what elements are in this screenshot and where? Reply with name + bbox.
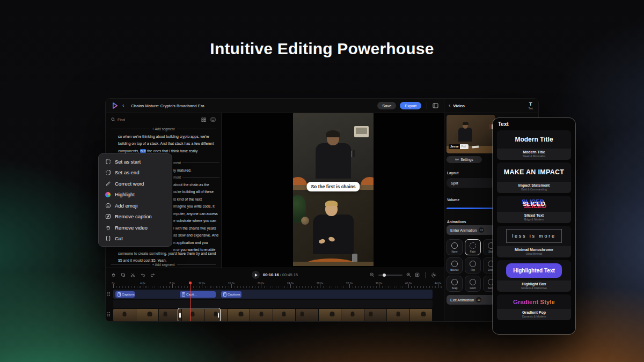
transcript-fragment[interactable]: mputer, anyone can access — [173, 210, 219, 218]
transcript-fragment[interactable]: ou're building all of these — [173, 188, 219, 196]
selected-clip-outline[interactable] — [178, 308, 221, 322]
panel-toggle-icon[interactable] — [433, 103, 438, 108]
caption-segment[interactable]: TCaptions — [115, 291, 135, 298]
enter-animation-button[interactable]: Enter Animation 11 — [447, 225, 495, 235]
video-frame-thumbnail[interactable] — [364, 309, 387, 321]
transcript-tail[interactable]: someone to create something, you'd have … — [118, 250, 217, 264]
set-start-icon — [105, 158, 111, 165]
transcript-fragment[interactable]: ly matured. — [173, 167, 219, 174]
duplicate-icon[interactable] — [121, 272, 126, 277]
transcript-fragment[interactable]: about the chain as the — [173, 181, 219, 189]
video-frame-thumbnail[interactable] — [341, 309, 364, 321]
menu-item-correct-word[interactable]: Correct word — [99, 178, 172, 189]
find-bar[interactable]: Find — [106, 115, 221, 124]
text-tool-button[interactable]: T Text — [529, 102, 533, 110]
menu-item-label: Add emoji — [115, 203, 137, 209]
animation-option-glitch[interactable]: Glitch — [465, 276, 481, 292]
text-style-card-minimal[interactable]: less is moreMinimal MonochromeUltra Mini… — [497, 226, 571, 257]
captions-track-handle-icon[interactable] — [107, 292, 110, 296]
settings-button[interactable]: Settings — [447, 156, 482, 163]
exit-animation-button[interactable]: Exit Animation 11 — [447, 295, 495, 305]
timeline[interactable]: 0s4.0s8.0s12.0s16.0s20.0s24.0s28.0s32.0s… — [106, 282, 444, 322]
tick-label: 40.0s — [405, 282, 412, 285]
back-chevron-icon[interactable]: ‹ — [122, 103, 124, 108]
menu-item-set-as-start[interactable]: Set as start — [99, 156, 172, 167]
transcript-fragment[interactable]: as slow and expensive. And — [173, 232, 219, 239]
transcript-fragments: mently matured.mentabout the chain as th… — [173, 159, 219, 254]
animation-option-bounce[interactable]: Bounce — [447, 257, 463, 274]
save-button[interactable]: Save — [377, 102, 396, 109]
video-frame-thumbnail[interactable] — [228, 309, 251, 321]
selected-word[interactable]: but — [140, 149, 146, 153]
redo-icon[interactable] — [150, 272, 156, 277]
video-preview-area: So the first is chains — [222, 113, 444, 268]
animation-option-label: Bounce — [447, 269, 462, 271]
export-button[interactable]: Export — [400, 102, 421, 109]
video-frame-thumbnail[interactable] — [296, 309, 319, 321]
layout-select[interactable]: Split — [447, 178, 495, 188]
menu-item-remove-caption[interactable]: Remove caption — [99, 211, 172, 223]
timeline-settings-gear-icon[interactable] — [431, 272, 436, 278]
text-style-card-gradient[interactable]: Gradient StyleGradient PopDynamic & Mode… — [497, 294, 571, 320]
animation-preview-icon — [470, 261, 476, 267]
video-frame-thumbnail[interactable] — [410, 309, 433, 321]
caption-segment[interactable]: TCaptions — [221, 291, 241, 298]
delete-icon[interactable] — [111, 272, 116, 277]
add-segment-divider-bottom[interactable]: + Add segment — [111, 263, 216, 267]
video-track-handle-icon[interactable] — [107, 312, 110, 316]
caption-overlay[interactable]: So the first is chains — [306, 182, 360, 191]
captions-track[interactable]: TCaptionsTCapti...TCaptions — [113, 290, 433, 299]
transcript-fragment[interactable]: is kind of the next — [173, 196, 219, 203]
menu-item-add-emoji[interactable]: Add emoji — [99, 200, 172, 211]
video-frame-thumbnail[interactable] — [113, 309, 136, 321]
gear-icon — [455, 158, 459, 161]
cut-scissors-icon[interactable] — [130, 272, 135, 277]
transcript-fragment[interactable]: imagine you write code, it — [173, 203, 219, 210]
view-options-icon[interactable] — [201, 117, 206, 122]
video-frame-thumbnail[interactable] — [250, 309, 273, 321]
text-style-card-highlight[interactable]: Highlighted TextHighlight BoxModern & Di… — [497, 260, 571, 292]
menu-item-cut[interactable]: Cut — [99, 233, 172, 245]
caption-segment[interactable]: TCapti... — [180, 291, 216, 298]
playhead[interactable] — [190, 282, 191, 322]
menu-item-remove-video[interactable]: Remove video — [99, 222, 172, 233]
add-segment-divider[interactable]: + Add segment — [111, 127, 216, 131]
clip-thumbnail[interactable]: JessePol — [447, 115, 495, 153]
animation-option-label: Glitch — [465, 287, 480, 290]
transcript-fragment[interactable]: n application and you — [173, 239, 219, 247]
video-thumbnail-track[interactable] — [113, 309, 433, 321]
animation-option-snap[interactable]: Snap — [447, 276, 463, 292]
text-style-card-sliced[interactable]: SLICEDSLICEDSLICEDSliced TextEdgy & Mode… — [497, 196, 571, 223]
remove-caption-icon — [105, 213, 111, 220]
text-style-card-modern[interactable]: Modern TitleModern TitleSleek & Minimali… — [497, 130, 571, 160]
play-button[interactable] — [252, 271, 260, 279]
animation-option-flip[interactable]: Flip — [465, 257, 481, 274]
transcript-fragment[interactable]: e substrate where you can — [173, 217, 219, 225]
animation-option-fade[interactable]: Fade — [465, 239, 481, 255]
volume-slider[interactable] — [447, 208, 495, 209]
zoom-out-icon[interactable] — [370, 272, 375, 277]
zoom-in-icon[interactable] — [406, 272, 411, 277]
find-input[interactable]: Find — [118, 118, 125, 122]
video-frame-thumbnail[interactable] — [273, 309, 296, 321]
captions-view-icon[interactable] — [210, 117, 216, 122]
undo-icon[interactable] — [140, 272, 145, 277]
audio-track[interactable] — [113, 300, 433, 308]
video-frame[interactable]: So the first is chains — [293, 113, 374, 266]
fit-timeline-icon[interactable] — [415, 272, 420, 277]
timeline-zoom-slider[interactable] — [378, 275, 402, 276]
timeline-ruler[interactable]: 0s4.0s8.0s12.0s16.0s20.0s24.0s28.0s32.0s… — [106, 282, 444, 288]
page-title: Intuitive Editing Powerhouse — [0, 40, 644, 58]
video-frame-thumbnail[interactable] — [387, 309, 410, 321]
video-frame-thumbnail[interactable] — [319, 309, 342, 321]
menu-item-set-as-end[interactable]: Set as end — [99, 167, 172, 179]
text-tool-icon: T — [529, 102, 532, 107]
animation-option-none[interactable]: None — [447, 239, 463, 255]
video-frame-thumbnail[interactable] — [136, 309, 159, 321]
transcript-fragment[interactable]: l with the chains five years — [173, 225, 219, 232]
inspector-back-chevron-icon[interactable]: ‹ — [449, 103, 450, 108]
segment-divider-fragment[interactable]: ment — [173, 159, 219, 167]
text-style-card-impact[interactable]: MAKE AN IMPACTImpact StatementBold & Com… — [497, 162, 571, 193]
segment-divider-fragment[interactable]: ment — [173, 174, 219, 181]
menu-item-highlight[interactable]: Highlight — [99, 189, 172, 201]
